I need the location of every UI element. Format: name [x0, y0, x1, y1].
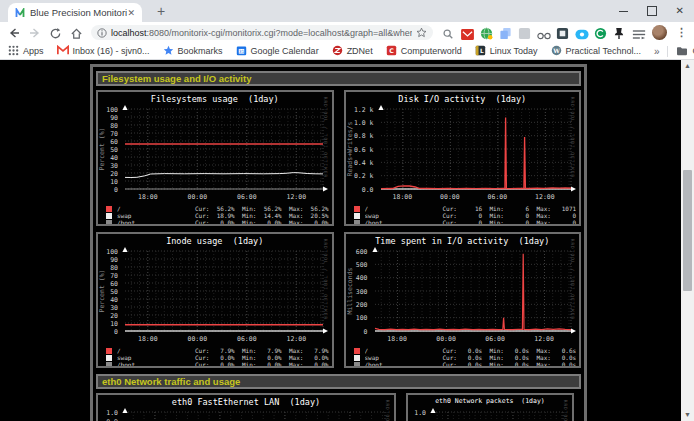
tab-close-icon[interactable]: ✕ [127, 8, 135, 18]
y-tick-label: 60 [100, 280, 118, 288]
pin-extension-icon[interactable] [613, 26, 626, 39]
legend-swatch [354, 362, 360, 368]
new-tab-button[interactable]: + [152, 2, 170, 20]
bookmark-label: Inbox (16) - sjvn0... [73, 46, 150, 56]
other-bookmarks-button[interactable]: Other bookmarks [676, 46, 694, 56]
legend-name: swap [117, 354, 195, 361]
chart-panel-time-spent-io[interactable]: Time spent in I/O activity (1day)Millise… [344, 232, 582, 368]
legend-name: / [117, 347, 195, 354]
legend-row-rootboot: /bootCur: 0 Min: 0 Max: 0 [346, 219, 580, 226]
legend-row-swap: swapCur: 0 Min: 0 Max: 0 [346, 212, 580, 219]
blue-app-extension-icon[interactable] [575, 26, 588, 39]
plot-area-eth0-lan[interactable] [122, 408, 390, 421]
x-tick-label: 18:00 [138, 335, 158, 343]
bookmarks-overflow-button[interactable]: » [654, 46, 660, 57]
y-tick-label: 80 [100, 264, 118, 272]
scroll-down-arrow-icon[interactable]: ▼ [681, 409, 694, 421]
rrdtool-watermark: RRDTOOL / TOBI OETIKER [570, 93, 575, 183]
y-tick-label: 100 [100, 106, 118, 114]
legend-row-root: /Cur: 7.9% Min: 7.9% Max: 7.9% [98, 347, 332, 354]
plot-area-filesystems-usage[interactable] [122, 105, 328, 194]
legend-name: /boot [365, 219, 443, 226]
legend-row-swap: swapCur: 18.9% Min: 14.4% Max: 20.5% [98, 212, 332, 219]
browser-toolbar: localhost:8080/monitorix-cgi/monitorix.c… [0, 22, 694, 43]
x-tick-label: 12:00 [535, 193, 555, 201]
green-app-extension-icon[interactable] [594, 26, 607, 39]
mail-checker-extension-icon[interactable] [461, 26, 474, 39]
legend-stats: Cur: 56.2% Min: 56.2% Max: 56.2% [195, 205, 329, 212]
x-tick-label: 00:00 [436, 335, 456, 343]
y-tick-label: 40 [100, 296, 118, 304]
window-minimize-button[interactable] [619, 11, 628, 12]
browser-menu-icon[interactable]: ⋮ [676, 26, 687, 39]
legend-name: swap [365, 212, 443, 219]
plot-area-disk-io-activity[interactable] [378, 105, 576, 194]
chart-panel-inode-usage[interactable]: Inode usage (1day)Percent (%)01020304050… [96, 232, 334, 368]
star-blue-icon [163, 45, 174, 58]
y-tick-label: 0.4 k [348, 159, 374, 167]
bookmark-item-7[interactable]: WPractical Technol... [551, 45, 641, 58]
plot-area-inode-usage[interactable] [122, 247, 328, 336]
legend-name: / [365, 205, 443, 212]
x-tick-label: 18:00 [387, 335, 407, 343]
chart-panel-eth0-packets[interactable]: eth0 Network packets (1day)Packets/s0.00… [406, 393, 574, 421]
copy-pages-extension-icon[interactable] [499, 26, 512, 39]
green-globe-extension-icon[interactable] [480, 26, 493, 39]
chart-panel-filesystems-usage[interactable]: Filesystems usage (1day)Percent (%)01020… [96, 90, 334, 226]
legend-stats: Cur: 18.9% Min: 14.4% Max: 20.5% [195, 212, 329, 219]
dark-app-extension-icon[interactable] [556, 26, 569, 39]
page-info-icon[interactable] [97, 25, 107, 40]
bookmark-star-icon[interactable] [416, 25, 427, 40]
y-tick-label: 600 [348, 248, 368, 256]
y-tick-label: 70 [100, 272, 118, 280]
divider [667, 46, 668, 57]
home-button[interactable] [70, 26, 84, 40]
x-tick-label: 12:00 [286, 193, 306, 201]
bookmark-item-4[interactable]: ZDNet [332, 45, 373, 58]
y-tick-label: 10 [100, 320, 118, 328]
legend-swatch [354, 355, 360, 361]
browser-tab[interactable]: Blue Precision Monitorix ✕ [8, 3, 142, 22]
x-tick-label: 06:00 [488, 193, 508, 201]
bookmark-item-0[interactable]: Apps [8, 45, 44, 58]
legend-name: /boot [117, 219, 195, 226]
y-tick-label: 50 [100, 146, 118, 154]
plot-area-eth0-packets[interactable] [430, 408, 568, 421]
back-button[interactable] [7, 26, 21, 40]
legend-swatch [106, 355, 112, 361]
y-tick-label: 0 [100, 328, 118, 336]
scroll-up-arrow-icon[interactable]: ▲ [681, 60, 694, 72]
y-tick-label: 0 [100, 186, 118, 194]
svg-text:C: C [389, 46, 394, 53]
legend-stats: Cur: 0.0% Min: 0.0% Max: 0.0% [195, 361, 329, 368]
bookmark-item-3[interactable]: 31Google Calendar [236, 45, 319, 58]
gray-box-extension-icon[interactable] [518, 26, 531, 39]
vertical-scrollbar[interactable]: ▲ ▼ [681, 60, 694, 421]
tab-list-extension-icon[interactable] [632, 26, 645, 39]
chart-panel-disk-io-activity[interactable]: Disk I/O activity (1day)Reads+Writes/s0.… [344, 90, 582, 226]
profile-avatar[interactable] [652, 25, 667, 40]
chart-row: Inode usage (1day)Percent (%)01020304050… [96, 232, 581, 368]
scrollbar-thumb[interactable] [683, 170, 692, 291]
plot-area-time-spent-io[interactable] [372, 247, 576, 336]
forward-button[interactable] [28, 26, 42, 40]
chart-panel-eth0-lan[interactable]: eth0 FastEthernet LAN (1day)0.00.10.20.3… [96, 393, 396, 421]
y-tick-label: 100 [100, 248, 118, 256]
bookmark-item-6[interactable]: LLinux Today [475, 45, 538, 58]
url-text[interactable]: localhost:8080/monitorix-cgi/monitorix.c… [111, 28, 412, 38]
search-extension-icon[interactable] [442, 26, 455, 39]
bookmark-item-5[interactable]: CComputerworld [386, 45, 462, 58]
glasses-extension-icon[interactable] [537, 26, 550, 39]
address-bar[interactable]: localhost:8080/monitorix-cgi/monitorix.c… [91, 25, 433, 40]
window-maximize-button[interactable] [647, 6, 657, 16]
y-tick-label: 30 [100, 162, 118, 170]
y-tick-label: 70 [100, 130, 118, 138]
bookmark-item-2[interactable]: Bookmarks [163, 45, 223, 58]
legend-row-rootboot: /bootCur: 0.0% Min: 0.0% Max: 0.0% [98, 361, 332, 368]
bookmark-item-1[interactable]: Inbox (16) - sjvn0... [57, 45, 150, 57]
rrdtool-watermark: RRDTOOL / TOBI OETIKER [322, 93, 327, 183]
chart-title: Inode usage (1day) [98, 236, 332, 246]
x-tick-label: 18:00 [138, 193, 158, 201]
reload-button[interactable] [49, 26, 63, 40]
window-close-button[interactable]: ✕ [676, 6, 684, 16]
